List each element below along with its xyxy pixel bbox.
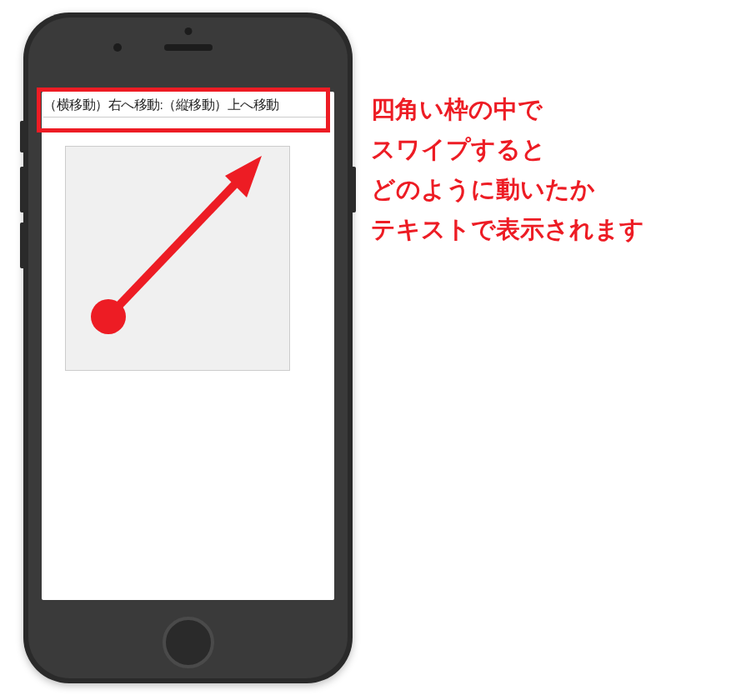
volume-up-button bbox=[20, 167, 23, 212]
svg-line-0 bbox=[108, 168, 250, 317]
svg-point-2 bbox=[91, 299, 126, 334]
explanation-line: 四角い枠の中で bbox=[371, 90, 644, 130]
phone-frame: （横移動）右へ移動:（縦移動）上へ移動 bbox=[23, 12, 353, 683]
swipe-arrow-icon bbox=[57, 129, 307, 379]
power-button bbox=[353, 167, 356, 212]
mute-switch bbox=[20, 121, 23, 152]
explanation-line: スワイプすると bbox=[371, 130, 644, 170]
camera-icon bbox=[113, 43, 122, 52]
earpiece-icon bbox=[164, 44, 213, 51]
home-button[interactable] bbox=[163, 617, 214, 668]
volume-down-button bbox=[20, 222, 23, 268]
sensor-icon bbox=[184, 28, 192, 35]
explanation-line: どのように動いたか bbox=[371, 170, 644, 210]
phone-screen[interactable]: （横移動）右へ移動:（縦移動）上へ移動 bbox=[42, 92, 334, 600]
highlight-box bbox=[37, 88, 330, 132]
explanation-text: 四角い枠の中で スワイプすると どのように動いたか テキストで表示されます bbox=[371, 90, 644, 249]
explanation-line: テキストで表示されます bbox=[371, 210, 644, 250]
